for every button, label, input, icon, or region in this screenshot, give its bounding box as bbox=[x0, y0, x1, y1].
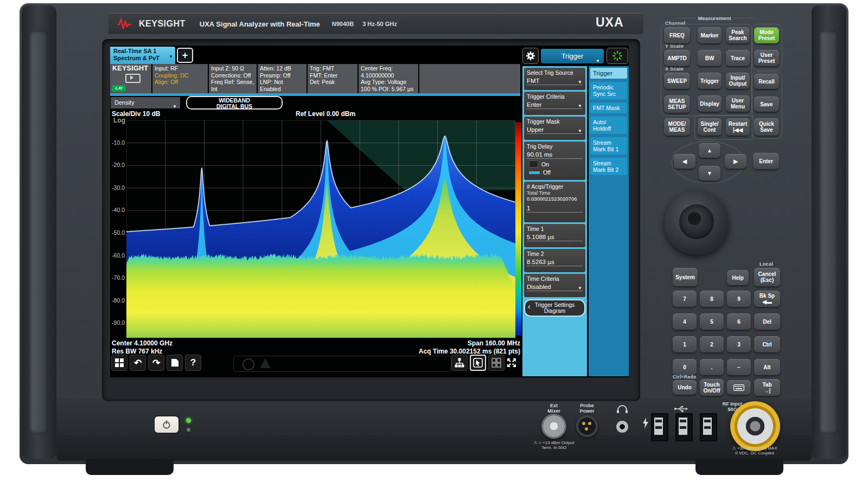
trigger-settings-diagram-button[interactable]: ‹ Trigger Settings Diagram bbox=[524, 299, 585, 317]
alt-key[interactable]: Alt bbox=[754, 359, 780, 375]
save-key[interactable]: Save bbox=[754, 97, 779, 112]
fullscreen-button[interactable] bbox=[503, 355, 520, 371]
tab-fmt-mask[interactable]: FMT Mask bbox=[590, 102, 627, 113]
usb-port-1[interactable] bbox=[651, 413, 668, 441]
marker-key[interactable]: Marker bbox=[698, 27, 722, 43]
measurement-tab[interactable]: Real-Time SA 1 Spectrum & PvT ▼ bbox=[110, 47, 175, 64]
digit-3-key[interactable]: 3 bbox=[727, 336, 751, 352]
wideband-digital-bus-button[interactable]: WIDEBAND DIGITAL BUS bbox=[186, 96, 283, 110]
del-key[interactable]: Del bbox=[754, 313, 780, 330]
touchscreen[interactable]: Real-Time SA 1 Spectrum & PvT ▼ + KEYSIG… bbox=[110, 46, 629, 377]
annotation-tool-region[interactable] bbox=[233, 356, 451, 372]
help-button[interactable]: ? bbox=[185, 355, 201, 371]
time1-box[interactable]: Time 1 5.1088 µs bbox=[524, 224, 585, 247]
backspace-key[interactable]: Bk Sp ◀▬ bbox=[754, 291, 780, 307]
minus-key[interactable]: − bbox=[727, 359, 751, 375]
trig-delay-box[interactable]: Trig Delay 90.01 ms On Off bbox=[524, 142, 585, 180]
bw-key[interactable]: BW bbox=[698, 50, 722, 66]
enter-key[interactable]: Enter bbox=[753, 153, 779, 169]
peak-search-key[interactable]: Peak Search bbox=[726, 27, 750, 43]
measurement-group-label: Measurement bbox=[676, 15, 753, 21]
window-grid-button[interactable] bbox=[488, 355, 505, 371]
settings-col-freq[interactable]: Center Freq: 4.100000000 Avg Type: Volta… bbox=[359, 64, 418, 93]
settings-bar: KEYSIGHT LXI Input: RF Coupling: DC Alig… bbox=[110, 64, 520, 93]
time-criteria-box[interactable]: Time Criteria Disabled▼ bbox=[524, 274, 585, 297]
trace-style-dropdown[interactable]: Density ▼ bbox=[111, 97, 180, 108]
restart-key[interactable]: Restart |◀◀ bbox=[726, 118, 750, 136]
system-key[interactable]: System bbox=[673, 268, 698, 286]
trigger-mask-box[interactable]: Trigger Mask Upper▼ bbox=[524, 117, 585, 140]
down-arrow-key[interactable]: ▼ bbox=[699, 166, 720, 181]
undo-button[interactable]: ↶ bbox=[130, 355, 146, 371]
local-label: Local bbox=[760, 261, 773, 267]
mode-meas-key[interactable]: MODE/ MEAS bbox=[664, 118, 690, 136]
display-key[interactable]: Display bbox=[698, 95, 722, 112]
decimal-key[interactable]: . bbox=[700, 359, 724, 375]
digit-2-key[interactable]: 2 bbox=[700, 336, 724, 352]
freq-key[interactable]: FREQ bbox=[664, 27, 690, 43]
trig-delay-off-option[interactable]: Off bbox=[529, 169, 583, 176]
up-arrow-key[interactable]: ▲ bbox=[699, 143, 720, 158]
headphone-jack[interactable] bbox=[616, 421, 628, 433]
trigger-criteria-box[interactable]: Trigger Criteria Enter▼ bbox=[524, 92, 585, 115]
tab-periodic-sync-src[interactable]: Periodic Sync Src bbox=[590, 82, 627, 99]
measure-indicator-button[interactable] bbox=[607, 48, 628, 64]
tab-stream-mark-bit-2[interactable]: Stream Mark Bit 2 bbox=[590, 158, 627, 175]
add-measurement-button[interactable]: + bbox=[177, 48, 193, 63]
settings-col-trigger[interactable]: Trig: FMT FMT: Enter Det: Peak bbox=[308, 64, 358, 93]
tab-trigger[interactable]: Trigger bbox=[590, 68, 627, 79]
keyboard-key[interactable] bbox=[727, 380, 751, 395]
select-trig-source-box[interactable]: Select Trig Source FMT▼ bbox=[524, 68, 585, 90]
recall-key[interactable]: Recall bbox=[754, 74, 779, 89]
tab-stream-mark-bit-1[interactable]: Stream Mark Bit 1 bbox=[590, 137, 627, 155]
tab-auto-holdoff[interactable]: Auto/ Holdoff bbox=[590, 117, 627, 134]
trigger-key[interactable]: Trigger bbox=[698, 73, 722, 89]
usb-port-2[interactable] bbox=[675, 413, 693, 441]
digit-0-key[interactable]: 0 bbox=[673, 359, 697, 375]
single-cont-key[interactable]: Single/ Cont bbox=[698, 118, 722, 136]
rf-input-connector[interactable] bbox=[730, 401, 780, 451]
digit-7-key[interactable]: 7 bbox=[673, 291, 697, 307]
probe-power-connector[interactable] bbox=[576, 415, 598, 437]
settings-col-atten[interactable]: Atten: 12 dB Preamp: Off LNP: Not Enable… bbox=[258, 64, 307, 93]
user-menu-key[interactable]: User Menu bbox=[726, 95, 750, 112]
time2-box[interactable]: Time 2 8.5263 µs bbox=[524, 249, 585, 272]
user-preset-key[interactable]: User Preset bbox=[754, 50, 779, 66]
quick-save-key[interactable]: Quick Save bbox=[754, 118, 779, 136]
touch-select-button[interactable] bbox=[470, 355, 486, 371]
settings-col-input[interactable]: Input: RF Coupling: DC Align: Off bbox=[152, 64, 208, 93]
digit-6-key[interactable]: 6 bbox=[727, 313, 751, 330]
ext-mixer-connector[interactable] bbox=[541, 414, 566, 439]
file-button[interactable] bbox=[167, 355, 183, 371]
left-arrow-key[interactable]: ◀ bbox=[674, 154, 695, 169]
meas-setup-key[interactable]: MEAS SETUP bbox=[664, 95, 690, 113]
settings-gear-button[interactable] bbox=[522, 48, 539, 64]
digit-8-key[interactable]: 8 bbox=[700, 291, 724, 307]
input-output-key[interactable]: Input/ Output bbox=[726, 73, 750, 89]
cancel-esc-key[interactable]: Cancel (Esc) bbox=[754, 268, 780, 286]
trace-key[interactable]: Trace bbox=[726, 50, 750, 66]
layout-nodes-button[interactable] bbox=[451, 355, 468, 371]
digit-4-key[interactable]: 4 bbox=[673, 313, 697, 330]
acqs-per-trigger-box[interactable]: # Acqs/Trigger Total Time 0.030002152302… bbox=[524, 182, 585, 222]
digit-9-key[interactable]: 9 bbox=[727, 291, 751, 307]
tab-key[interactable]: Tab →| bbox=[754, 379, 780, 396]
redo-button[interactable]: ↷ bbox=[148, 355, 164, 371]
windows-button[interactable] bbox=[111, 355, 127, 371]
digit-5-key[interactable]: 5 bbox=[700, 313, 724, 330]
settings-col-impedance[interactable]: Input Z: 50 Ω Corrections: Off Freq Ref:… bbox=[209, 64, 257, 93]
touch-onoff-key[interactable]: Touch On/Off bbox=[700, 379, 724, 396]
amptd-key[interactable]: AMPTD bbox=[664, 50, 690, 66]
right-arrow-key[interactable]: ▶ bbox=[725, 154, 746, 169]
mode-preset-key[interactable]: Mode Preset bbox=[754, 27, 779, 43]
power-button[interactable] bbox=[154, 415, 180, 434]
ctrl-key[interactable]: Ctrl bbox=[754, 336, 780, 352]
menu-mode-dropdown[interactable]: Trigger ▼ bbox=[541, 49, 604, 63]
usb-port-3[interactable] bbox=[700, 413, 717, 441]
digit-1-key[interactable]: 1 bbox=[673, 336, 697, 352]
undo-key[interactable]: Undo bbox=[673, 380, 697, 395]
trig-delay-on-option[interactable]: On bbox=[529, 160, 583, 168]
spectrum-window[interactable]: Density ▼ WIDEBAND DIGITAL BUS Scale/Div… bbox=[110, 96, 520, 377]
sweep-key[interactable]: SWEEP bbox=[664, 73, 690, 89]
help-key[interactable]: Help bbox=[727, 270, 749, 285]
